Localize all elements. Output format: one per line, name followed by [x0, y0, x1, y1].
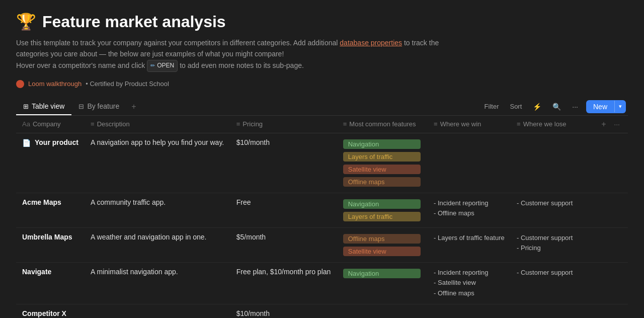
cell-description: A weather and navigation app in one. — [85, 227, 230, 262]
col-win-label: Where we win — [440, 120, 481, 128]
open-badge-text: OPEN — [157, 61, 174, 70]
feature-tag[interactable]: Satellite view — [343, 247, 421, 256]
col-company: Aa Company — [16, 116, 85, 133]
cell-lose: - Customer support — [511, 193, 591, 227]
cell-description: A navigation app to help you find your w… — [85, 133, 230, 193]
feature-tag[interactable]: Navigation — [343, 269, 421, 278]
cell-description: A community traffic app. — [85, 193, 230, 227]
cell-lose — [511, 133, 591, 193]
feature-tag[interactable]: Navigation — [343, 199, 421, 209]
cell-features: Offline mapsSatellite view — [337, 227, 428, 262]
col-description: ≡ Description — [85, 116, 230, 133]
col-win: ≡ Where we win — [428, 116, 511, 133]
cell-features: Navigation — [337, 262, 428, 304]
cell-company[interactable]: Navigate — [16, 262, 85, 304]
cell-pricing: $10/month — [230, 304, 337, 318]
page-title-row: 🏆 Feature market analysis — [16, 12, 628, 31]
col-pricing: ≡ Pricing — [230, 116, 337, 133]
tab-table-view[interactable]: ⊞ Table view — [16, 98, 71, 115]
cell-pricing: $5/month — [230, 227, 337, 262]
more-columns-button[interactable]: ··· — [612, 120, 622, 128]
cell-company[interactable]: Competitor X — [16, 304, 85, 318]
col-features: ≡ Most common features — [337, 116, 428, 133]
company-name: Your product — [35, 138, 78, 146]
cell-lose: - Customer support - Pricing — [511, 227, 591, 262]
toolbar-right: Filter Sort ⚡ 🔍 ··· New ▾ — [481, 100, 628, 113]
loom-walkthrough-link[interactable]: Loom walkthrough — [28, 80, 82, 88]
col-company-label: Company — [33, 120, 61, 128]
page-title: Feature market analysis — [42, 13, 226, 31]
cell-features — [337, 304, 428, 318]
feature-tag[interactable]: Layers of traffic — [343, 152, 421, 162]
cell-lose: - Customer support — [511, 262, 591, 304]
cell-description — [85, 304, 230, 318]
table-row: Umbrella MapsA weather and navigation ap… — [16, 227, 628, 262]
company-name: Umbrella Maps — [22, 233, 72, 241]
col-features-label: Most common features — [349, 120, 416, 128]
company-name: Navigate — [22, 268, 51, 276]
cell-features: NavigationLayers of traffic — [337, 193, 428, 227]
cell-win — [428, 133, 511, 193]
sort-button[interactable]: Sort — [507, 101, 525, 112]
col-win-icon: ≡ — [434, 120, 438, 128]
new-button-arrow[interactable]: ▾ — [614, 101, 626, 112]
feature-tag[interactable]: Navigation — [343, 139, 421, 149]
col-add[interactable]: + ··· — [591, 116, 628, 133]
table-row: 📄Your productA navigation app to help yo… — [16, 133, 628, 193]
table-row: Competitor X$10/month — [16, 304, 628, 318]
col-desc-label: Description — [97, 120, 130, 128]
cell-features: NavigationLayers of trafficSatellite vie… — [337, 133, 428, 193]
col-pricing-label: Pricing — [243, 120, 263, 128]
new-button-label: New — [586, 100, 614, 113]
main-table: Aa Company ≡ Description ≡ Pricing — [16, 116, 628, 318]
cell-win: - Layers of traffic feature — [428, 227, 511, 262]
table-view-icon: ⊞ — [23, 103, 29, 110]
page-emoji: 🏆 — [16, 12, 36, 31]
tab-feature-label: By feature — [87, 102, 119, 110]
add-column-button[interactable]: + — [597, 120, 610, 128]
meta-row: Loom walkthrough • Certified by Product … — [16, 80, 628, 88]
feature-tag[interactable]: Layers of traffic — [343, 212, 421, 221]
col-company-icon: Aa — [22, 120, 30, 128]
tab-by-feature[interactable]: ⊟ By feature — [71, 98, 126, 115]
tab-table-label: Table view — [32, 102, 64, 110]
open-badge: ✏ OPEN — [147, 60, 178, 71]
table-row: NavigateA minimalist navigation app.Free… — [16, 262, 628, 304]
cell-description: A minimalist navigation app. — [85, 262, 230, 304]
add-tab-button[interactable]: + — [126, 98, 141, 115]
table-header-row: Aa Company ≡ Description ≡ Pricing — [16, 116, 628, 133]
col-features-icon: ≡ — [343, 120, 347, 128]
cell-lose — [511, 304, 591, 318]
loom-icon — [16, 80, 24, 88]
by-feature-icon: ⊟ — [78, 103, 84, 110]
table-container: Aa Company ≡ Description ≡ Pricing — [16, 116, 628, 318]
feature-tag[interactable]: Offline maps — [343, 234, 421, 244]
cell-company[interactable]: 📄Your product — [16, 133, 85, 193]
col-desc-icon: ≡ — [91, 120, 95, 128]
more-options-button[interactable]: ··· — [569, 101, 581, 113]
pencil-icon: ✏ — [150, 61, 155, 70]
cell-win: - Incident reporting - Offline maps — [428, 193, 511, 227]
filter-button[interactable]: Filter — [481, 101, 502, 112]
new-button[interactable]: New ▾ — [586, 100, 626, 113]
tabs-row: ⊞ Table view ⊟ By feature + Filter Sort … — [16, 98, 628, 116]
search-button[interactable]: 🔍 — [549, 101, 564, 113]
col-pricing-icon: ≡ — [236, 120, 240, 128]
cell-pricing: $10/month — [230, 133, 337, 193]
db-properties-link[interactable]: database properties — [340, 39, 402, 47]
company-name: Competitor X — [22, 309, 66, 317]
col-lose-label: Where we lose — [523, 120, 567, 128]
cell-win: - Incident reporting - Satellite view - … — [428, 262, 511, 304]
col-lose: ≡ Where we lose — [511, 116, 591, 133]
cell-win — [428, 304, 511, 318]
certified-text: • Certified by Product School — [86, 80, 169, 88]
page-description: Use this template to track your company … — [16, 37, 469, 72]
col-lose-icon: ≡ — [517, 120, 521, 128]
feature-tag[interactable]: Satellite view — [343, 165, 421, 174]
cell-company[interactable]: Acme Maps — [16, 193, 85, 227]
cell-company[interactable]: Umbrella Maps — [16, 227, 85, 262]
table-row: Acme MapsA community traffic app.FreeNav… — [16, 193, 628, 227]
feature-tag[interactable]: Offline maps — [343, 177, 421, 187]
lightning-button[interactable]: ⚡ — [530, 101, 544, 113]
cell-pricing: Free plan, $10/month pro plan — [230, 262, 337, 304]
